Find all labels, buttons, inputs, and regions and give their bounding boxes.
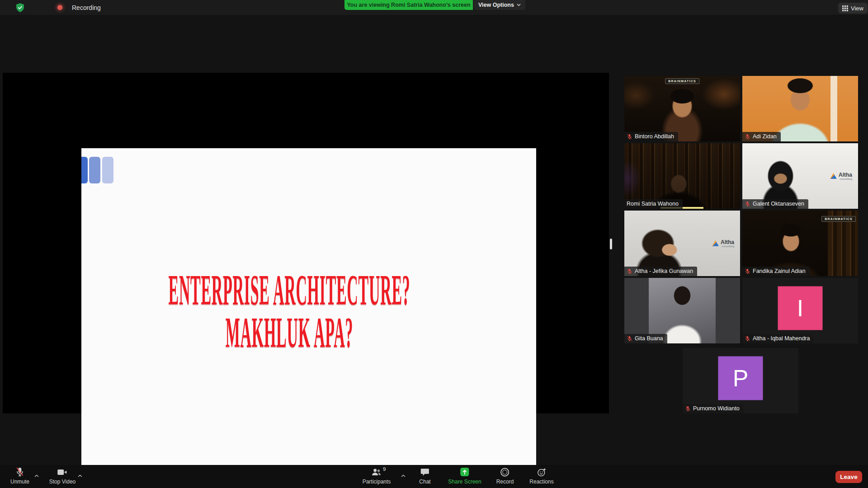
participant-name: Bintoro Abdillah (635, 133, 674, 140)
participant-tile[interactable]: IAltha - Iqbal Mahendra (742, 278, 858, 343)
recording-dot-icon (57, 5, 62, 10)
record-button[interactable]: Record (496, 467, 514, 485)
participant-name-label: Bintoro Abdillah (624, 132, 678, 141)
participants-count-badge: 9 (383, 466, 386, 472)
muted-mic-icon (745, 134, 750, 140)
participants-options-caret[interactable] (401, 471, 406, 479)
participant-name: Adi Zidan (753, 133, 777, 140)
chevron-down-icon (517, 4, 521, 6)
security-shield-icon[interactable] (16, 3, 24, 12)
presentation-slide: ENTERPRISE ARCHITECTURE? MAKHLUK APA? Il… (81, 148, 536, 485)
participant-tile[interactable]: Romi Satria Wahono (624, 143, 740, 209)
participant-tile[interactable]: BRAINMATICSBintoro Abdillah (624, 76, 740, 141)
chat-bubble-icon (420, 467, 429, 477)
participant-initial: P (718, 356, 763, 400)
participant-name: Galent Oktanaseven (753, 201, 804, 207)
participant-tile[interactable]: Gita Buana (624, 278, 740, 343)
grid-view-icon (842, 5, 848, 11)
muted-mic-icon (15, 467, 24, 477)
chat-label: Chat (419, 479, 430, 485)
participant-tile[interactable]: PPurnomo Widianto (683, 348, 798, 413)
participant-name: Altha - Jefika Gunawan (635, 268, 693, 274)
muted-mic-icon (627, 268, 632, 274)
share-screen-button[interactable]: Share Screen (448, 467, 481, 485)
recording-indicator: Recording (16, 0, 101, 15)
participant-tile[interactable]: Adi Zidan (742, 76, 858, 141)
zoom-meeting-window: Recording You are viewing Romi Satria Wa… (0, 0, 868, 488)
video-options-caret[interactable] (78, 471, 82, 479)
participant-name-label: Adi Zidan (742, 132, 781, 141)
participant-name-label: Romi Satria Wahono (624, 199, 683, 209)
participant-name-label: Fandika Zainul Adian (742, 267, 810, 276)
muted-mic-icon (627, 336, 632, 342)
participants-icon: 9 (371, 467, 382, 477)
participant-name: Purnomo Widianto (693, 405, 740, 412)
top-bar: Recording You are viewing Romi Satria Wa… (0, 0, 868, 15)
participant-name: Gita Buana (635, 335, 663, 342)
view-options-label: View Options (478, 2, 514, 8)
participants-button[interactable]: 9 Participants (363, 467, 391, 485)
unmute-label: Unmute (10, 479, 29, 485)
slide-title-line2: MAKHLUK APA? (148, 311, 431, 354)
participant-name-label: Galent Oktanaseven (742, 199, 808, 209)
view-button[interactable]: View (838, 3, 868, 14)
brainmatics-sign: BRAINMATICS (665, 78, 699, 84)
participant-name-label: Altha - Iqbal Mahendra (742, 334, 814, 343)
reactions-button[interactable]: Reactions (529, 467, 553, 485)
muted-mic-icon (627, 134, 632, 140)
view-button-label: View (851, 5, 863, 12)
stop-video-button[interactable]: Stop Video (49, 467, 76, 485)
altha-logo-text: Althaconsulting (839, 172, 852, 180)
muted-mic-icon (745, 268, 750, 274)
participant-name-label: Gita Buana (624, 334, 667, 343)
altha-logo-mark (712, 240, 719, 246)
altha-logo-text: Althaconsulting (721, 239, 734, 248)
unmute-options-caret[interactable] (34, 471, 39, 479)
viewing-screen-banner-text: You are viewing Romi Satria Wahono's scr… (347, 2, 470, 8)
stop-video-label: Stop Video (49, 479, 76, 485)
share-screen-icon (460, 467, 469, 477)
altha-logo: Althaconsulting (712, 239, 734, 248)
participant-grid: BRAINMATICSBintoro AbdillahAdi ZidanRomi… (624, 76, 858, 413)
viewing-screen-banner: You are viewing Romi Satria Wahono's scr… (344, 0, 473, 10)
participant-name: Altha - Iqbal Mahendra (753, 335, 810, 342)
altha-logo-mark (830, 173, 837, 179)
muted-mic-icon (745, 336, 750, 342)
meeting-toolbar: Unmute Stop Video 9 Participants Chat Sh… (0, 465, 868, 488)
participant-initial: I (778, 286, 823, 330)
recording-label: Recording (72, 4, 101, 11)
muted-mic-icon (685, 406, 691, 412)
participant-name: Fandika Zainul Adian (753, 268, 806, 274)
muted-mic-icon (745, 201, 750, 207)
reactions-smiley-icon (537, 467, 547, 477)
unmute-button[interactable]: Unmute (10, 467, 29, 485)
participant-tile[interactable]: AlthaconsultingGalent Oktanaseven (742, 143, 858, 209)
participants-label: Participants (363, 479, 391, 485)
reactions-label: Reactions (529, 479, 553, 485)
participant-name-label: Purnomo Widianto (683, 404, 744, 413)
share-screen-label: Share Screen (448, 479, 481, 485)
view-options-button[interactable]: View Options (474, 0, 525, 10)
participant-tile[interactable]: AlthaconsultingAltha - Jefika Gunawan (624, 211, 740, 276)
shared-screen-region: ENTERPRISE ARCHITECTURE? MAKHLUK APA? Il… (3, 73, 609, 413)
chat-button[interactable]: Chat (419, 467, 430, 485)
brainmatics-sign: BRAINMATICS (821, 216, 856, 222)
participant-tile[interactable]: BRAINMATICSFandika Zainul Adian (742, 211, 858, 276)
slide-title-line1: ENTERPRISE ARCHITECTURE? (148, 268, 431, 311)
record-icon (500, 467, 510, 477)
record-label: Record (496, 479, 514, 485)
participant-name: Romi Satria Wahono (627, 201, 679, 207)
leave-button[interactable]: Leave (835, 471, 862, 483)
camera-icon (57, 467, 68, 477)
altha-logo: Althaconsulting (830, 172, 852, 180)
panel-resize-handle[interactable] (610, 239, 612, 249)
participant-name-label: Altha - Jefika Gunawan (624, 267, 697, 276)
